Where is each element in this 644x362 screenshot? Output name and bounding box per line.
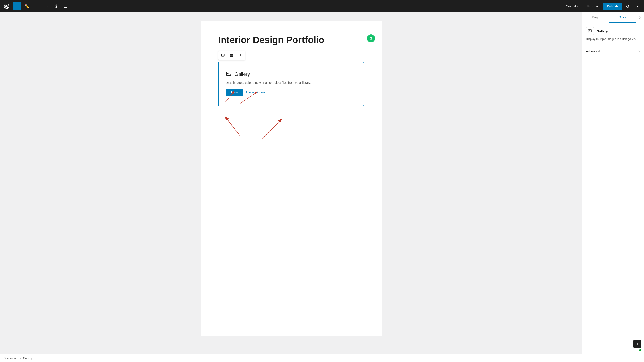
block-type-button[interactable]: [218, 51, 227, 60]
more-options-button[interactable]: ⋮: [634, 2, 641, 10]
block-name-label: Gallery: [596, 29, 608, 33]
block-info-icon: [586, 27, 594, 35]
block-info-header: Gallery: [586, 27, 640, 35]
editor-area: G Interior Design Portfolio: [0, 12, 582, 354]
editor-content: G Interior Design Portfolio: [200, 21, 382, 336]
list-view-button[interactable]: ☰: [62, 2, 70, 10]
svg-line-12: [262, 118, 282, 138]
annotation-arrows-below: [218, 105, 318, 141]
block-info: Gallery Display multiple images in a ric…: [582, 23, 644, 46]
sidebar-add-button[interactable]: +: [634, 340, 641, 348]
publish-button[interactable]: Publish: [603, 3, 622, 10]
status-dot: [639, 349, 641, 351]
edit-tool-button[interactable]: ✏️: [23, 2, 31, 10]
wp-logo: [3, 2, 10, 10]
gallery-block-actions: Upload Media Library: [226, 89, 356, 96]
sidebar-close-button[interactable]: ✕: [636, 14, 644, 22]
sidebar-bottom: +: [582, 337, 644, 354]
undo-button[interactable]: ←: [33, 2, 41, 10]
add-block-button[interactable]: +: [13, 2, 21, 10]
page-title[interactable]: Interior Design Portfolio: [218, 35, 364, 46]
sidebar: Page Block ✕ Gallery Display multiple im…: [582, 12, 644, 354]
media-library-link[interactable]: Media Library: [246, 91, 265, 94]
svg-line-11: [225, 116, 240, 136]
gallery-block-icon: [226, 71, 232, 77]
sidebar-tabs-row: Page Block ✕: [582, 12, 644, 23]
gallery-block: Gallery Drag images, upload new ones or …: [218, 62, 364, 106]
block-description-text: Display multiple images in a rich galler…: [586, 37, 640, 41]
statusbar: Document → Gallery: [0, 354, 644, 362]
svg-point-1: [222, 55, 222, 55]
align-button[interactable]: [227, 51, 236, 60]
advanced-chevron-icon: ∨: [638, 50, 640, 53]
preview-button[interactable]: Preview: [585, 3, 601, 9]
breadcrumb-gallery: Gallery: [23, 356, 32, 360]
svg-point-6: [228, 73, 228, 74]
gallery-block-title: Gallery: [234, 71, 250, 77]
gallery-block-header: Gallery: [226, 71, 356, 77]
block-toolbar: ⋮: [218, 51, 245, 60]
advanced-section: Advanced ∨: [582, 46, 644, 57]
info-button[interactable]: ℹ: [52, 2, 60, 10]
tab-block[interactable]: Block: [609, 12, 636, 23]
breadcrumb-document: Document: [4, 356, 16, 360]
redo-button[interactable]: →: [42, 2, 50, 10]
advanced-label: Advanced: [586, 50, 600, 53]
upload-button[interactable]: Upload: [226, 89, 244, 96]
more-block-options-button[interactable]: ⋮: [236, 51, 245, 60]
svg-point-14: [589, 31, 590, 31]
main-layout: G Interior Design Portfolio: [0, 12, 644, 354]
gallery-block-description: Drag images, upload new ones or select f…: [226, 81, 356, 84]
breadcrumb-arrow: →: [18, 356, 21, 360]
advanced-header[interactable]: Advanced ∨: [582, 46, 644, 57]
grammarly-button[interactable]: G: [367, 35, 375, 43]
tab-page[interactable]: Page: [582, 12, 609, 23]
topbar: + ✏️ ← → ℹ ☰ Save draft Preview Publish …: [0, 0, 644, 12]
settings-button[interactable]: ⚙: [624, 2, 632, 10]
save-draft-button[interactable]: Save draft: [564, 3, 583, 9]
